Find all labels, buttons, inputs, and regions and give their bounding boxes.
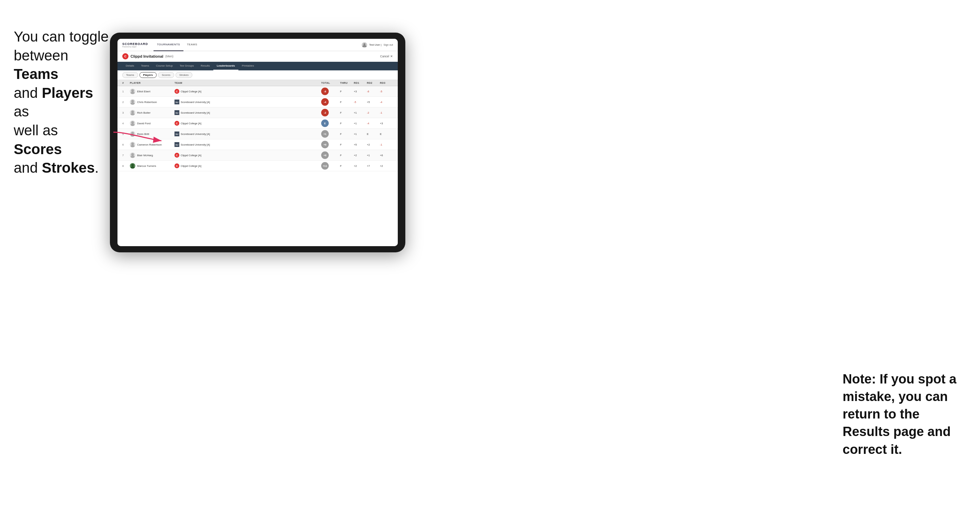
team-cell: SU Scoreboard University [A] [175, 100, 321, 104]
team-logo-clippd: C [175, 163, 179, 168]
tab-details[interactable]: Details [122, 62, 137, 70]
team-logo-scoreboard: SU [175, 132, 179, 136]
table-row: 8 Marcus Turners C Clippd College [A] +1… [118, 161, 398, 171]
player-avatar [130, 142, 135, 147]
player-avatar [130, 110, 135, 115]
sign-out-link[interactable]: Sign out [383, 43, 393, 46]
tournament-logo: C [122, 53, 129, 59]
player-cell: Elliot Ebert [130, 89, 175, 94]
team-logo-scoreboard: SU [175, 100, 179, 104]
score-badge: +8 [321, 151, 329, 159]
score-badge: -2 [321, 109, 329, 116]
tournament-name: Clippd Invitational [130, 54, 163, 58]
team-cell: SU Scoreboard University [A] [175, 142, 321, 147]
nav-items: TOURNAMENTS TEAMS [154, 39, 362, 51]
table-header: # PLAYER TEAM TOTAL THRU RD1 RD2 RD3 [118, 80, 398, 86]
table-row: 4 David Ford C Clippd College [A] E F +1… [118, 118, 398, 129]
tournament-title-row: C Clippd Invitational (Men) [122, 53, 173, 59]
team-logo-clippd: C [175, 89, 179, 94]
cancel-button[interactable]: Cancel ✕ [380, 55, 393, 58]
table-row: 6 Cameron Robertson SU Scoreboard Univer… [118, 140, 398, 150]
player-avatar [130, 99, 135, 105]
player-cell: Blair McHarg [130, 152, 175, 158]
svg-text:C: C [176, 154, 178, 157]
nav-item-teams[interactable]: TEAMS [183, 39, 200, 51]
tab-results[interactable]: Results [197, 62, 213, 70]
player-cell: Cameron Robertson [130, 142, 175, 147]
svg-point-19 [131, 153, 134, 156]
svg-text:C: C [176, 90, 178, 93]
svg-point-1 [131, 89, 134, 92]
team-cell: C Clippd College [A] [175, 89, 321, 94]
sub-tab-scores[interactable]: Scores [158, 72, 174, 78]
sub-tabs: Teams Players Scores Strokes [118, 70, 398, 80]
score-badge: E [321, 119, 329, 127]
col-rank: # [122, 81, 130, 84]
col-rd1: RD1 [354, 81, 367, 84]
tab-course-setup[interactable]: Course Setup [153, 62, 176, 70]
player-cell: Rees Britt [130, 131, 175, 137]
score-badge: -8 [321, 87, 329, 95]
player-cell: Chris Robertson [130, 99, 175, 105]
tab-navigation: Details Teams Course Setup Tee Groups Re… [118, 62, 398, 70]
svg-text:SU: SU [175, 144, 178, 146]
logo-title: SCOREBOARD [122, 42, 148, 46]
nav-logo: SCOREBOARD Powered by clippd [122, 42, 148, 48]
tournament-header: C Clippd Invitational (Men) Cancel ✕ [118, 51, 398, 62]
team-logo-scoreboard: SU [175, 142, 179, 147]
player-avatar [130, 89, 135, 94]
table-row: 5 Rees Britt SU Scoreboard University [A… [118, 129, 398, 140]
team-cell: C Clippd College [A] [175, 163, 321, 168]
team-logo-clippd: C [175, 153, 179, 157]
close-icon: ✕ [390, 55, 393, 58]
col-rd2: RD2 [367, 81, 380, 84]
team-cell: SU Scoreboard University [A] [175, 132, 321, 136]
svg-text:C: C [176, 165, 178, 168]
player-avatar [130, 163, 135, 168]
player-cell: Marcus Turners [130, 163, 175, 168]
svg-point-10 [131, 121, 134, 124]
team-cell: SU Scoreboard University [A] [175, 110, 321, 115]
sub-tab-teams[interactable]: Teams [122, 72, 138, 78]
svg-point-4 [131, 100, 134, 103]
table-row: 2 Chris Robertson SU Scoreboard Universi… [118, 97, 398, 108]
player-cell: David Ford [130, 121, 175, 126]
player-avatar [130, 131, 135, 137]
score-badge: -4 [321, 98, 329, 106]
user-text: Test User | [369, 43, 382, 46]
col-rd3: RD3 [380, 81, 393, 84]
logo-sub: Powered by clippd [122, 46, 148, 48]
svg-text:SU: SU [175, 112, 178, 114]
col-thru: THRU [340, 81, 354, 84]
tab-leaderboards[interactable]: Leaderboards [213, 62, 239, 70]
left-annotation: You can toggle between Teams and Players… [14, 27, 110, 178]
sub-tab-players[interactable]: Players [140, 72, 157, 78]
team-logo-scoreboard: SU [175, 110, 179, 115]
table-row: 1 Elliot Ebert C Clippd College [A] -8 F… [118, 86, 398, 97]
tablet-screen: SCOREBOARD Powered by clippd TOURNAMENTS… [118, 39, 398, 246]
table-row: 7 Blair McHarg C Clippd College [A] +8 F… [118, 150, 398, 161]
tab-printables[interactable]: Printables [239, 62, 258, 70]
leaderboard-table: # PLAYER TEAM TOTAL THRU RD1 RD2 RD3 1 E… [118, 80, 398, 246]
svg-point-22 [131, 164, 134, 167]
team-cell: C Clippd College [A] [175, 121, 321, 125]
nav-right: Test User | Sign out [362, 42, 393, 48]
svg-point-7 [131, 111, 134, 113]
right-annotation: Note: If you spot a mistake, you can ret… [843, 370, 959, 458]
col-total: TOTAL [321, 81, 340, 84]
score-badge: +11 [321, 162, 329, 170]
team-cell: C Clippd College [A] [175, 153, 321, 157]
tab-tee-groups[interactable]: Tee Groups [176, 62, 197, 70]
tournament-gender: (Men) [165, 55, 173, 58]
svg-text:C: C [176, 122, 178, 125]
nav-item-tournaments[interactable]: TOURNAMENTS [154, 39, 183, 51]
player-avatar [130, 121, 135, 126]
sub-tab-strokes[interactable]: Strokes [175, 72, 192, 78]
tablet-device: SCOREBOARD Powered by clippd TOURNAMENTS… [110, 33, 405, 252]
tab-teams[interactable]: Teams [137, 62, 153, 70]
svg-text:SU: SU [175, 101, 178, 103]
svg-point-16 [131, 143, 134, 145]
score-badge: +6 [321, 141, 329, 148]
svg-text:SU: SU [175, 133, 178, 135]
player-cell: Rich Butler [130, 110, 175, 115]
